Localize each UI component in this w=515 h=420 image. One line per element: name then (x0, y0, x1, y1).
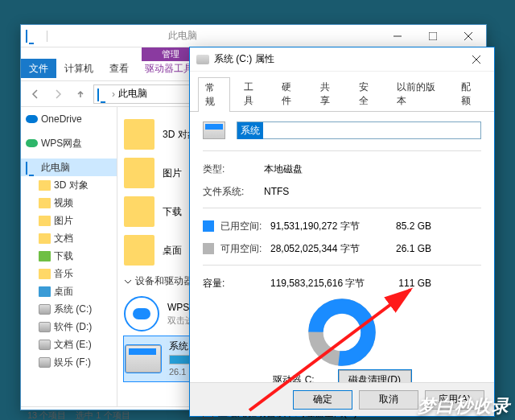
tree-pictures[interactable]: 图片 (21, 212, 117, 229)
tab-sharing[interactable]: 共享 (313, 76, 345, 111)
tree-music[interactable]: 音乐 (21, 265, 117, 282)
folder-icon (124, 196, 154, 227)
maximize-button[interactable] (415, 25, 451, 47)
drive-icon (126, 345, 161, 373)
wps-icon (26, 139, 38, 147)
drive-name-input[interactable]: 系统 (237, 121, 481, 139)
drive-icon (39, 322, 51, 332)
props-titlebar: 系统 (C:) 属性 (190, 47, 494, 72)
minimize-button[interactable] (380, 25, 415, 47)
used-gb: 85.2 GB (391, 220, 431, 232)
tree-drive-e[interactable]: 文档 (E:) (21, 336, 117, 353)
ribbon-tab-file[interactable]: 文件 (21, 59, 56, 78)
folder-icon (124, 119, 154, 150)
props-tabs: 常规 工具 硬件 共享 安全 以前的版本 配额 (190, 72, 494, 112)
tree-drive-f[interactable]: 娱乐 (F:) (21, 353, 117, 371)
cancel-button[interactable]: 取消 (359, 390, 418, 410)
ribbon-tab-computer[interactable]: 计算机 (56, 59, 101, 78)
ok-button[interactable]: 确定 (293, 390, 352, 410)
folder-icon (39, 233, 51, 244)
monitor-icon (26, 163, 38, 173)
svg-rect-1 (429, 32, 437, 40)
drive-icon (39, 304, 51, 315)
chevron-down-icon (124, 278, 132, 286)
folder-icon (124, 235, 154, 266)
drive-icon (39, 357, 51, 368)
fs-value: NTFS (264, 186, 481, 197)
tab-quota[interactable]: 配额 (454, 76, 486, 111)
tree-drive-d[interactable]: 软件 (D:) (21, 318, 117, 336)
status-count: 13 个项目 (27, 410, 66, 420)
tree-thispc[interactable]: 此电脑 (21, 159, 117, 176)
nav-up-button[interactable] (71, 84, 90, 104)
status-selected: 选中 1 个项目 (76, 410, 130, 420)
titlebar-title: 此电脑 (168, 29, 197, 43)
tab-tools[interactable]: 工具 (237, 76, 269, 111)
used-bytes: 91,531,190,272 字节 (270, 220, 391, 233)
explorer-titlebar: 此电脑 (21, 25, 486, 47)
folder-icon (39, 286, 51, 297)
tree-3dobjects[interactable]: 3D 对象 (21, 176, 117, 194)
folder-icon (39, 216, 51, 226)
cap-gb: 111 GB (391, 278, 431, 289)
wps-cloud-icon (124, 296, 159, 331)
tree-downloads[interactable]: 下载 (21, 247, 117, 265)
tree-onedrive[interactable]: OneDrive (21, 110, 117, 128)
nav-tree: OneDrive WPS网盘 此电脑 3D 对象 视频 图片 文档 下载 音乐 … (21, 107, 117, 406)
cap-bytes: 119,583,215,616 字节 (270, 277, 391, 290)
drive-icon (196, 55, 209, 64)
props-title-text: 系统 (C:) 属性 (214, 52, 274, 66)
properties-dialog: 系统 (C:) 属性 常规 工具 硬件 共享 安全 以前的版本 配额 系统 类型… (189, 47, 495, 417)
explorer-icon (26, 31, 39, 42)
tree-drive-c[interactable]: 系统 (C:) (21, 300, 117, 318)
tab-previous[interactable]: 以前的版本 (389, 76, 447, 111)
type-value: 本地磁盘 (264, 163, 481, 176)
free-bytes: 28,052,025,344 字节 (270, 242, 391, 256)
drive-icon (39, 340, 51, 350)
nav-back-button[interactable] (26, 84, 45, 104)
drive-large-icon (203, 121, 225, 139)
folder-icon (39, 180, 51, 191)
props-body: 系统 类型:本地磁盘 文件系统:NTFS 已用空间:91,531,190,272… (190, 112, 494, 420)
tree-wps[interactable]: WPS网盘 (21, 134, 117, 152)
folder-icon (124, 158, 154, 188)
watermark: 梦白秒收录 (418, 394, 510, 418)
close-button[interactable] (451, 25, 486, 47)
address-text: 此电脑 (118, 87, 147, 101)
used-color-swatch (203, 220, 214, 232)
tab-general[interactable]: 常规 (198, 77, 230, 112)
free-color-swatch (203, 243, 214, 254)
folder-icon (39, 198, 51, 208)
tree-desktop[interactable]: 桌面 (21, 282, 117, 300)
tab-hardware[interactable]: 硬件 (274, 76, 307, 111)
folder-icon (39, 269, 51, 279)
ribbon-tab-view[interactable]: 查看 (101, 59, 137, 78)
free-gb: 26.1 GB (391, 243, 431, 254)
usage-donut-icon (307, 298, 377, 367)
tree-videos[interactable]: 视频 (21, 194, 117, 212)
tree-documents[interactable]: 文档 (21, 229, 117, 247)
props-close-button[interactable] (459, 47, 494, 72)
folder-icon (39, 251, 51, 261)
monitor-icon (97, 89, 109, 98)
nav-forward-button[interactable] (48, 84, 68, 104)
cloud-icon (26, 115, 38, 123)
tab-security[interactable]: 安全 (352, 76, 384, 111)
